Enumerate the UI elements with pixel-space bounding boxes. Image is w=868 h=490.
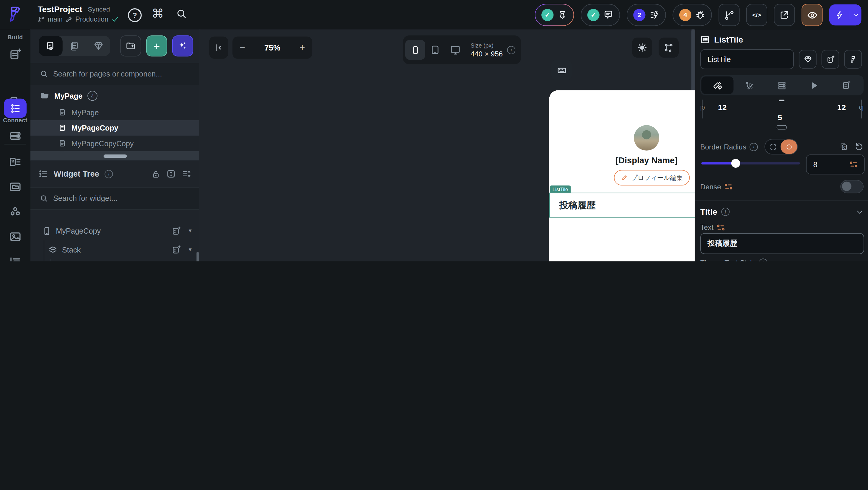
run-button[interactable] — [829, 4, 862, 25]
tree-node-column-outer[interactable]: Column ▼ — [30, 259, 199, 262]
set-from-variable-icon[interactable] — [724, 183, 732, 190]
tree-node-stack[interactable]: Stack ▼ — [30, 240, 199, 259]
tab-components-only[interactable] — [86, 36, 110, 56]
page-row-mypagecopy-selected[interactable]: MyPageCopy — [30, 120, 199, 135]
toggle-keyboard-button[interactable] — [551, 60, 572, 80]
folder-row-mypage[interactable]: MyPage 4 — [30, 87, 199, 104]
tab-animations[interactable] — [798, 76, 830, 94]
canvas-settings-button[interactable] — [659, 37, 678, 57]
tree-scrollbar[interactable] — [196, 252, 198, 262]
padding-bottom-handle[interactable] — [777, 125, 787, 130]
expand-tree-icon[interactable] — [166, 169, 176, 179]
help-button[interactable]: ? — [128, 8, 142, 22]
search-icon — [40, 70, 48, 78]
border-radius-slider[interactable] — [702, 162, 800, 164]
tree-node-label: MyPageCopy — [56, 227, 101, 235]
play-icon — [810, 81, 818, 90]
command-menu-button[interactable]: ⌘ — [152, 6, 164, 21]
device-tablet-button[interactable] — [425, 40, 445, 60]
flutterflow-logo[interactable] — [6, 5, 25, 24]
copy-value-icon[interactable]: C — [839, 142, 848, 151]
tree-node-mypagecopy[interactable]: MyPageCopy ▼ — [30, 221, 199, 240]
rail-item-media-assets[interactable] — [0, 231, 30, 243]
zoom-out-button[interactable]: − — [240, 42, 245, 53]
keyboard-icon — [557, 65, 567, 75]
text-value-input[interactable]: 投稿履歴 — [700, 233, 864, 254]
open-preview-button[interactable] — [774, 4, 795, 26]
ai-page-gen-button[interactable] — [172, 35, 193, 56]
convert-to-component-button[interactable] — [799, 50, 816, 69]
device-desktop-button[interactable] — [445, 40, 465, 60]
flutterflow-docs-button[interactable] — [844, 50, 862, 69]
tab-design[interactable] — [702, 76, 734, 94]
collapse-panel-button[interactable] — [209, 37, 228, 59]
preview-mode-button[interactable] — [802, 4, 823, 26]
caret-down-icon[interactable]: ▼ — [188, 247, 193, 252]
pages-search-input[interactable]: Search for pages or componen... — [30, 63, 199, 85]
section-chevron-down-icon[interactable] — [856, 208, 864, 216]
set-from-variable-icon[interactable] — [717, 224, 724, 231]
branch-manager-button[interactable] — [718, 4, 740, 26]
slider-thumb[interactable] — [731, 159, 740, 168]
border-radius-input[interactable]: 8 — [806, 154, 865, 174]
wrap-widget-button[interactable] — [822, 50, 839, 69]
size-value[interactable]: 440 × 956 — [470, 50, 503, 58]
environment-name[interactable]: Production — [75, 16, 108, 23]
add-folder-button[interactable] — [120, 35, 141, 56]
page-row-mypagecopycopy[interactable]: MyPageCopyCopy — [30, 135, 199, 151]
device-size-control: Size (px) 440 × 956 i — [403, 35, 521, 64]
padding-left-value[interactable]: 12 — [718, 103, 726, 112]
tab-documentation[interactable] — [830, 76, 862, 94]
collapse-levels-icon[interactable] — [182, 169, 192, 179]
header-search-button[interactable] — [176, 8, 187, 19]
branch-name[interactable]: main — [48, 16, 63, 23]
folder-count-badge: 4 — [87, 91, 97, 101]
device-phone-button[interactable] — [405, 40, 425, 60]
widget-name-value: ListTile — [707, 55, 731, 63]
widget-name-input[interactable]: ListTile — [700, 49, 794, 69]
actions-cursor-icon — [745, 81, 754, 90]
lock-toggle-icon[interactable] — [151, 169, 161, 179]
padding-top-handle[interactable] — [779, 99, 784, 101]
lint-button[interactable]: 2 — [627, 4, 666, 26]
add-page-button[interactable]: + — [146, 35, 167, 56]
page-icon — [58, 124, 66, 132]
tree-node-label: Stack — [62, 245, 81, 254]
add-widget-icon[interactable] — [172, 226, 181, 236]
reset-icon[interactable] — [855, 142, 864, 151]
tab-pages-only[interactable] — [63, 36, 87, 56]
page-name: MyPage — [71, 108, 99, 116]
title-section-header[interactable]: Titlei — [700, 207, 730, 216]
rail-item-integrations[interactable] — [0, 205, 30, 218]
issues-button[interactable]: 4 — [673, 4, 712, 26]
padding-bottom-value[interactable]: 5 — [778, 113, 782, 122]
diamond-icon — [804, 55, 812, 63]
panel-resize-handle[interactable] — [30, 151, 199, 161]
light-mode-toggle-button[interactable] — [632, 37, 652, 57]
dense-toggle[interactable] — [840, 180, 864, 193]
zoom-in-button[interactable]: + — [300, 42, 305, 53]
view-code-button[interactable]: </> — [746, 4, 767, 26]
rail-item-widget-tree-active[interactable] — [4, 99, 27, 118]
set-from-variable-icon[interactable] — [850, 161, 857, 167]
tab-pages-and-components[interactable] — [39, 36, 63, 56]
widget-search-input[interactable]: Search for widget... — [30, 187, 199, 210]
tab-backend-query[interactable] — [766, 76, 798, 94]
eye-icon — [807, 10, 817, 20]
page-icon — [58, 108, 66, 116]
radius-mode-toggle[interactable] — [765, 139, 798, 154]
padding-right-value[interactable]: 12 — [837, 103, 846, 112]
rail-item-page-selector[interactable] — [0, 48, 30, 61]
rail-item-storage[interactable] — [0, 180, 30, 193]
rail-item-localization[interactable] — [0, 255, 30, 262]
ai-review-button[interactable]: ✓ — [535, 4, 574, 26]
comments-button[interactable]: ✓ — [581, 4, 620, 26]
page-row-mypage[interactable]: MyPage — [30, 104, 199, 120]
avatar[interactable] — [634, 125, 659, 151]
rail-item-api-calls[interactable] — [0, 156, 30, 169]
tab-actions[interactable] — [734, 76, 766, 94]
rail-item-database[interactable] — [0, 130, 30, 143]
edit-profile-button[interactable]: プロフィール編集 — [614, 170, 690, 185]
add-widget-icon[interactable] — [172, 245, 181, 254]
caret-down-icon[interactable]: ▼ — [188, 228, 193, 234]
